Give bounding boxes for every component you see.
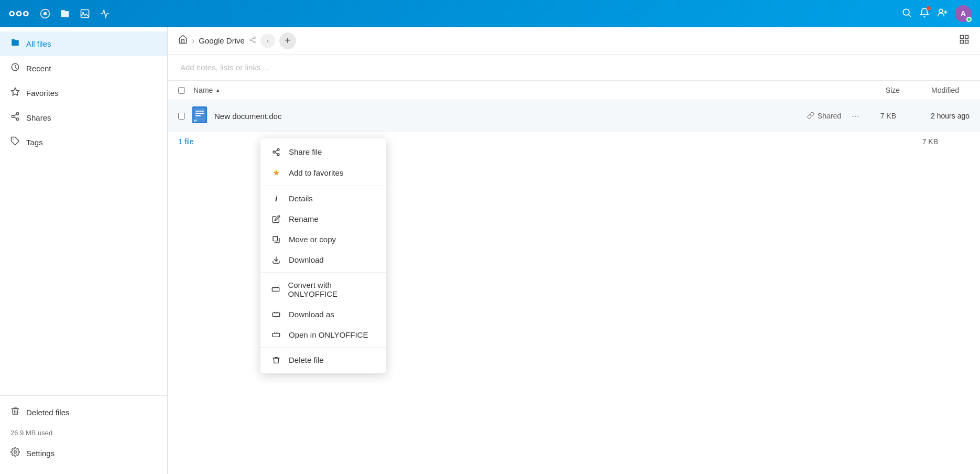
svg-rect-34	[273, 236, 278, 241]
breadcrumb-home[interactable]	[178, 35, 188, 47]
nextcloud-logo[interactable]	[8, 6, 29, 21]
svg-rect-36	[273, 288, 279, 292]
svg-point-19	[250, 39, 252, 41]
topbar: A	[0, 0, 980, 27]
cm-star-icon: ★	[271, 168, 281, 178]
trash-icon	[10, 406, 20, 418]
cm-share-file[interactable]: Share file	[260, 142, 386, 162]
svg-point-15	[16, 118, 19, 121]
cm-separator-3	[260, 347, 386, 348]
file-modified-label: 2 hours ago	[917, 112, 970, 120]
cm-download-icon	[271, 256, 281, 264]
svg-point-5	[25, 12, 27, 15]
svg-rect-37	[273, 313, 279, 316]
breadcrumb-add-btn[interactable]: +	[279, 33, 296, 49]
cm-separator-2	[260, 272, 386, 273]
folder-icon	[10, 38, 20, 50]
cm-add-to-favorites[interactable]: ★ Add to favorites	[260, 162, 386, 184]
sidebar-item-settings[interactable]: Settings	[0, 441, 167, 466]
svg-point-20	[254, 41, 256, 43]
svg-point-7	[43, 12, 47, 16]
svg-point-14	[12, 115, 14, 118]
files-nav-icon[interactable]	[60, 8, 70, 19]
contacts-icon[interactable]	[937, 7, 948, 20]
total-size-label: 7 KB	[922, 137, 938, 146]
cm-details[interactable]: i Details	[260, 188, 386, 209]
cm-trash-icon	[271, 356, 281, 364]
notes-area[interactable]: Add notes, lists or links ...	[168, 55, 980, 81]
cm-convert-onlyoffice[interactable]: Convert with ONLYOFFICE	[260, 275, 386, 304]
cm-rename[interactable]: Rename	[260, 209, 386, 229]
sidebar-item-recent[interactable]: Recent	[0, 56, 167, 81]
svg-point-4	[17, 12, 20, 15]
column-name-header[interactable]: Name ▲	[193, 86, 221, 94]
topbar-nav	[40, 8, 891, 19]
svg-rect-8	[81, 10, 89, 18]
breadcrumb-google-drive[interactable]: Google Drive	[199, 36, 245, 45]
table-row[interactable]: W New document.doc Shared ··· 7 KB 2 hou…	[168, 100, 980, 132]
svg-rect-21	[961, 36, 964, 39]
online-status-dot	[966, 17, 972, 22]
breadcrumb-share-icon[interactable]	[249, 36, 256, 45]
sidebar-bottom: Deleted files 26.9 MB used Settings	[0, 395, 167, 470]
sidebar-item-favorites[interactable]: Favorites	[0, 81, 167, 105]
file-checkbox[interactable]	[178, 113, 185, 120]
cm-separator-1	[260, 186, 386, 186]
svg-point-11	[939, 9, 943, 13]
share-icon	[10, 112, 20, 124]
column-size-header: Size	[886, 86, 900, 94]
cm-share-icon	[271, 148, 281, 156]
file-more-btn[interactable]: ···	[852, 111, 859, 122]
svg-point-13	[16, 113, 19, 115]
file-type-icon: W	[191, 106, 208, 125]
context-menu: Share file ★ Add to favorites i Details …	[260, 138, 386, 373]
select-all-checkbox[interactable]	[178, 87, 185, 94]
storage-info: 26.9 MB used	[0, 425, 167, 441]
cm-open-onlyoffice[interactable]: Open in ONLYOFFICE	[260, 325, 386, 345]
cm-info-icon: i	[271, 194, 281, 203]
cm-onlyoffice-convert-icon	[271, 285, 280, 294]
sort-arrow-icon: ▲	[215, 87, 221, 93]
activity-nav-icon[interactable]	[100, 8, 110, 19]
topbar-right: A	[901, 5, 972, 22]
search-icon[interactable]	[901, 7, 912, 20]
grid-view-icon[interactable]	[959, 34, 970, 47]
notification-badge	[927, 6, 931, 10]
svg-point-33	[277, 153, 279, 155]
svg-point-3	[10, 12, 13, 15]
svg-rect-24	[965, 40, 968, 44]
main-layout: All files Recent Favorites Shares Tags	[0, 27, 980, 474]
photos-nav-icon[interactable]	[80, 8, 90, 19]
cm-download-as[interactable]: Download as	[260, 304, 386, 325]
link-icon	[807, 112, 814, 121]
tag-icon	[10, 136, 20, 148]
cm-delete-file[interactable]: Delete file	[260, 350, 386, 370]
cm-move-or-copy[interactable]: Move or copy	[260, 229, 386, 250]
file-list-header: Name ▲ Size Modified	[168, 81, 980, 100]
svg-rect-22	[965, 36, 968, 39]
breadcrumb-back-btn[interactable]: ‹	[260, 34, 275, 48]
file-count-label: 1 file	[178, 137, 194, 146]
file-name-label: New document.doc	[214, 112, 807, 121]
avatar[interactable]: A	[955, 5, 972, 22]
svg-point-18	[254, 37, 256, 39]
clock-icon	[10, 62, 20, 74]
svg-rect-23	[961, 40, 964, 44]
cm-pencil-icon	[271, 215, 281, 223]
file-shared-status: Shared	[807, 112, 841, 121]
sidebar: All files Recent Favorites Shares Tags	[0, 27, 168, 474]
file-size-label: 7 KB	[870, 112, 896, 120]
cm-onlyoffice-open-icon	[271, 331, 281, 339]
sidebar-item-deleted-files[interactable]: Deleted files	[0, 400, 167, 425]
cm-download[interactable]: Download	[260, 250, 386, 270]
breadcrumb-bar: › Google Drive ‹ +	[168, 27, 980, 55]
cm-move-icon	[271, 235, 281, 244]
sidebar-item-all-files[interactable]: All files	[0, 31, 167, 56]
home-nav-icon[interactable]	[40, 8, 50, 19]
column-modified-header: Modified	[931, 86, 959, 94]
notifications-icon[interactable]	[919, 7, 930, 20]
cm-onlyoffice-download-icon	[271, 310, 281, 319]
star-icon	[10, 87, 20, 99]
sidebar-item-shares[interactable]: Shares	[0, 105, 167, 130]
sidebar-item-tags[interactable]: Tags	[0, 130, 167, 155]
